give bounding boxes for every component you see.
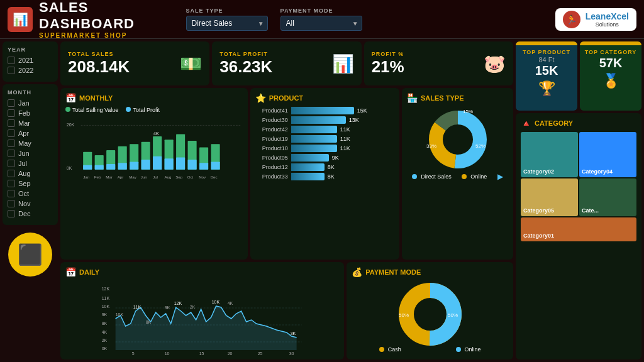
daily-svg: 12K 11K 10K 9K 8K 4K 2K 0K: [65, 281, 339, 356]
app-logo-icon: 📊: [8, 7, 33, 32]
header: 📊 SALES DASHBOARD SUPERMARKET SHOP SALE …: [0, 0, 644, 39]
category-title: 🔺 CATEGORY: [521, 118, 636, 128]
svg-text:3K: 3K: [291, 331, 296, 336]
payment-mode-chart-card: 💰 PAYMENT MODE 50% 50% Cash: [347, 262, 513, 359]
svg-text:2K: 2K: [102, 338, 108, 343]
treemap-cat05: Category05: [521, 178, 578, 216]
payment-mode-title: 💰 PAYMENT MODE: [352, 267, 508, 277]
svg-text:Feb: Feb: [94, 175, 101, 179]
payment-legend: Cash Online: [352, 346, 508, 353]
year-filter-label: YEAR: [8, 47, 53, 53]
sales-donut-svg: 15% 33% 52%: [420, 107, 496, 170]
month-jun[interactable]: Jun: [8, 150, 53, 157]
brand-logo: 🏃 LeaneXcel Solutions: [555, 8, 636, 31]
svg-text:9K: 9K: [165, 305, 170, 310]
payment-mode-select[interactable]: All: [280, 16, 362, 31]
sales-type-donut: 15% 33% 52%: [407, 107, 508, 170]
monthly-chart-title: 📅 MONTHLY: [65, 93, 243, 103]
month-dec[interactable]: Dec: [8, 210, 53, 217]
app-title-group: SALES DASHBOARD SUPERMARKET SHOP: [39, 0, 186, 39]
month-filter[interactable]: MONTH Jan Feb Mar Apr May Jun Jul Aug Se…: [3, 84, 58, 225]
month-mar[interactable]: Mar: [8, 119, 53, 127]
month-may[interactable]: May: [8, 140, 53, 147]
brand-runner-icon: 🏃: [563, 11, 580, 28]
sidebar: YEAR 2021 2022 MONTH Jan Feb Mar Apr May…: [3, 41, 58, 359]
svg-text:11K: 11K: [102, 296, 110, 300]
sale-type-filter[interactable]: SALE TYPE Direct Sales ▼: [186, 8, 268, 31]
svg-text:20K: 20K: [67, 123, 75, 127]
legend-sales: Total Salling Value: [65, 107, 118, 113]
year-2021-label: 2021: [18, 57, 33, 64]
daily-calendar-icon: 📅: [65, 267, 76, 277]
treemap-cat02: Category02: [521, 132, 578, 177]
product-chart-card: ⭐ PRODUCT Product41 15K Product30 13K: [250, 88, 399, 260]
kpi-profit-pct-label: PROFIT %: [372, 51, 404, 57]
year-2021-checkbox[interactable]: 2021: [8, 57, 53, 64]
svg-text:10K: 10K: [212, 300, 220, 304]
top-category-label: TOP CATEGORY: [585, 49, 637, 56]
svg-rect-23: [188, 160, 197, 170]
payment-coin-icon: 💰: [352, 267, 362, 277]
top-product-ribbon: [516, 41, 577, 45]
month-sep[interactable]: Sep: [8, 180, 53, 187]
svg-text:4K: 4K: [153, 131, 159, 136]
top-category-value: 57K: [599, 56, 623, 70]
svg-rect-4: [83, 165, 92, 170]
monthly-svg: 20K 0K: [65, 116, 243, 185]
year-2022-checkbox[interactable]: 2022: [8, 67, 53, 74]
svg-text:5: 5: [132, 351, 135, 356]
svg-text:8K: 8K: [102, 321, 108, 326]
list-item: Product33 8K: [255, 173, 394, 180]
monthly-calendar-icon: 📅: [65, 93, 76, 103]
month-apr[interactable]: Apr: [8, 129, 53, 137]
svg-text:10K: 10K: [102, 304, 110, 309]
payment-mode-filter[interactable]: PAYMENT MODE All ▼: [280, 8, 362, 31]
kpi-total-profit: TOTAL PROFIT 36.23K 📊: [212, 41, 361, 85]
kpi-total-sales: TOTAL SALES 208.14K 💵: [60, 41, 209, 85]
top-product-trophy-icon: 🏆: [538, 80, 555, 97]
svg-text:4K: 4K: [102, 330, 108, 334]
svg-rect-16: [153, 156, 162, 170]
main-content: YEAR 2021 2022 MONTH Jan Feb Mar Apr May…: [0, 39, 644, 362]
month-feb[interactable]: Feb: [8, 109, 53, 117]
cash-dot-icon: [379, 347, 384, 352]
svg-text:30: 30: [289, 351, 294, 356]
product-bar: [291, 154, 329, 162]
svg-text:May: May: [129, 175, 137, 179]
sales-type-title: 🏪 SALES TYPE: [407, 93, 508, 103]
svg-text:0K: 0K: [102, 346, 108, 351]
svg-text:50%: 50%: [399, 312, 409, 318]
filter-bar: SALE TYPE Direct Sales ▼ PAYMENT MODE Al…: [186, 8, 543, 31]
payment-donut-svg: 50% 50%: [392, 278, 468, 347]
kpi-total-profit-value: 36.23K: [219, 57, 272, 77]
year-filter[interactable]: YEAR 2021 2022: [3, 41, 58, 82]
logo-section: 📊 SALES DASHBOARD SUPERMARKET SHOP: [8, 0, 186, 39]
kpi-total-profit-icon: 📊: [332, 53, 354, 74]
kpi-total-sales-value: 208.14K: [68, 57, 130, 77]
top-badges: TOP PRODUCT 84 Ft 15K 🏆 TOP CATEGORY 57K…: [516, 41, 641, 111]
legend-nav[interactable]: ▶: [497, 172, 503, 181]
top-category-badge: TOP CATEGORY 57K 🏅: [580, 41, 641, 111]
svg-text:15: 15: [199, 351, 204, 356]
treemap-cat04: Category04: [579, 132, 636, 177]
sales-type-chart-card: 🏪 SALES TYPE 15% 33: [402, 88, 513, 260]
svg-rect-12: [130, 162, 138, 169]
product-bar: [291, 126, 337, 133]
kpi-total-profit-label: TOTAL PROFIT: [219, 51, 272, 57]
svg-text:Jan: Jan: [83, 175, 90, 179]
year-2021-cb-icon[interactable]: [8, 57, 15, 64]
sale-type-select[interactable]: Direct Sales: [186, 16, 268, 31]
month-jan[interactable]: Jan: [8, 99, 53, 107]
month-nov[interactable]: Nov: [8, 200, 53, 207]
top-charts-row: 📅 MONTHLY Total Salling Value Total Prof…: [60, 88, 513, 260]
year-2022-cb-icon[interactable]: [8, 67, 15, 74]
daily-chart-title: 📅 DAILY: [65, 267, 339, 277]
product-bar: [291, 163, 325, 171]
monthly-bars-area: 20K 0K: [65, 116, 243, 185]
month-aug[interactable]: Aug: [8, 170, 53, 177]
product-star-icon: ⭐: [255, 93, 266, 103]
month-oct[interactable]: Oct: [8, 190, 53, 197]
svg-rect-19: [165, 158, 174, 170]
month-jul[interactable]: Jul: [8, 160, 53, 167]
product-bar: [291, 135, 337, 143]
